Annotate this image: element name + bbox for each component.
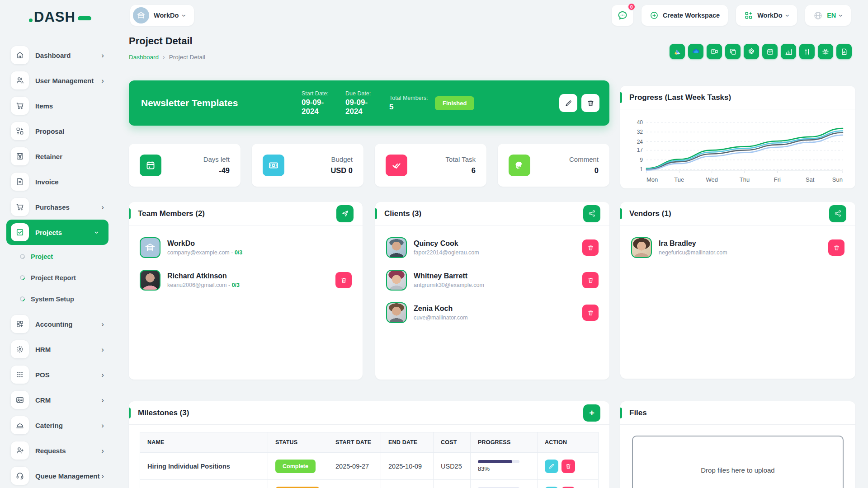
chevron-down-icon: › (838, 14, 845, 17)
kanban-board-button[interactable] (799, 44, 815, 59)
sidebar-item-retainer[interactable]: Retainer (0, 144, 117, 169)
report-file-button[interactable] (836, 44, 852, 59)
save-icon (11, 147, 29, 165)
remove-vendor-button[interactable] (828, 239, 844, 256)
delete-project-button[interactable] (581, 94, 599, 112)
sidebar-item-dashboard[interactable]: Dashboard › (0, 42, 117, 68)
headset-icon (11, 467, 29, 485)
files-title: Files (629, 408, 647, 418)
chevron-right-icon: › (163, 53, 165, 61)
accounting-grid-icon (11, 315, 29, 333)
edit-project-button[interactable] (559, 94, 577, 112)
chevron-right-icon: › (101, 422, 104, 429)
delete-milestone-button[interactable] (561, 460, 575, 473)
invite-member-button[interactable] (336, 205, 354, 222)
user-plus-icon (11, 441, 29, 460)
milestone-status-badge: Complete (275, 460, 316, 473)
trash-icon (587, 244, 594, 251)
sidebar-item-hrm[interactable]: HRM › (0, 337, 117, 362)
plus-icon: + (589, 408, 594, 418)
vendors-card: Vendors (1) Ira Bradley negefuricu@maili… (620, 202, 855, 379)
edit-milestone-button[interactable] (545, 460, 558, 473)
grid-plus-icon (744, 11, 753, 20)
sidebar-item-catering[interactable]: Catering › (0, 413, 117, 438)
milestones-title: Milestones (3) (138, 408, 189, 418)
milestone-row: Communication Updates Incomplete 2025-10… (140, 480, 599, 488)
chevron-right-icon: › (101, 447, 104, 455)
svg-text:Mon: Mon (646, 176, 658, 183)
pos-grid-icon (11, 366, 29, 384)
calendar-button[interactable] (762, 44, 778, 59)
messenger-button[interactable]: 0 (612, 5, 633, 26)
remove-client-button[interactable] (582, 272, 599, 288)
chevron-right-icon: › (101, 472, 104, 480)
bug-report-button[interactable] (818, 44, 833, 59)
paper-plane-icon (341, 210, 349, 217)
sidebar-subitem-project[interactable]: Project (0, 246, 117, 267)
svg-text:Sat: Sat (806, 176, 815, 183)
purchases-cart-icon (11, 198, 29, 216)
milestones-table: NAME STATUS START DATE END DATE COST PRO… (140, 432, 599, 488)
member-avatar (140, 270, 160, 291)
sidebar: Dashboard › User Management › Items Prop… (0, 42, 117, 488)
settings-button[interactable] (744, 44, 759, 59)
language-selector[interactable]: EN › (805, 5, 851, 26)
client-avatar (386, 237, 407, 258)
team-member-row: WorkDo company@example.com - 0/3 (129, 237, 363, 258)
workspace-switcher[interactable]: WorkDo › (736, 5, 797, 26)
files-card: Files Drop files here to upload (620, 401, 855, 488)
sidebar-item-purchases[interactable]: Purchases › (0, 194, 117, 220)
dash-logo[interactable]: DASH (29, 9, 91, 25)
share-vendors-button[interactable] (829, 205, 846, 222)
svg-text:Sun: Sun (832, 176, 843, 183)
sidebar-item-items[interactable]: Items (0, 93, 117, 118)
copy-button[interactable] (725, 44, 741, 59)
sidebar-subitem-system-setup[interactable]: System Setup (0, 288, 117, 310)
share-clients-button[interactable] (583, 205, 600, 222)
client-row: Whitney Barrett antgrumik30@example.com (375, 270, 609, 291)
sidebar-item-proposal[interactable]: Proposal (0, 118, 117, 144)
pencil-icon (548, 463, 555, 469)
remove-member-button[interactable] (335, 272, 352, 288)
chevron-right-icon: › (101, 320, 104, 328)
create-workspace-button[interactable]: Create Workspace (642, 5, 728, 26)
workdo-avatar (140, 237, 160, 258)
sidebar-item-user-management[interactable]: User Management › (0, 68, 117, 93)
breadcrumb-current: Project Detail (169, 54, 205, 61)
sidebar-item-crm[interactable]: CRM › (0, 387, 117, 413)
share-icon (588, 210, 596, 217)
video-camera-button[interactable] (707, 44, 722, 59)
progress-chart-card: Progress (Last Week Tasks) 1917243240Mon… (620, 86, 855, 188)
bar-chart-button[interactable] (781, 44, 796, 59)
delete-milestone-button[interactable] (561, 487, 575, 488)
remove-client-button[interactable] (582, 239, 599, 256)
client-avatar (386, 302, 407, 323)
file-dropzone[interactable]: Drop files here to upload (632, 436, 844, 488)
start-date-field: Start Date: 09-09-2024 (302, 90, 340, 116)
sidebar-subitem-project-report[interactable]: Project Report (0, 267, 117, 288)
sidebar-item-queue-management[interactable]: Queue Management › (0, 463, 117, 488)
chat-badge: 0 (627, 3, 636, 11)
sidebar-item-requests[interactable]: Requests › (0, 438, 117, 463)
sidebar-item-pos[interactable]: POS › (0, 362, 117, 387)
building-icon (137, 11, 146, 20)
chevron-right-icon: › (101, 203, 104, 211)
progress-label: 83% (478, 465, 530, 472)
stats-row: Days left -49 Budget USD 0 Total Task 6 … (129, 144, 609, 187)
clients-title: Clients (3) (384, 209, 421, 218)
sidebar-item-accounting[interactable]: Accounting › (0, 311, 117, 337)
edit-milestone-button[interactable] (545, 487, 558, 488)
breadcrumb-dashboard-link[interactable]: Dashboard (129, 54, 159, 61)
sidebar-item-projects[interactable]: Projects › (6, 220, 108, 245)
share-icon (834, 210, 842, 217)
team-members-title: Team Members (2) (138, 209, 205, 218)
sidebar-item-invoice[interactable]: Invoice (0, 169, 117, 194)
remove-client-button[interactable] (582, 305, 599, 321)
google-drive-button[interactable] (670, 44, 685, 59)
client-row: Zenia Koch cuve@mailinator.com (375, 302, 609, 323)
vendors-title: Vendors (1) (629, 209, 671, 218)
onedrive-button[interactable] (688, 44, 703, 59)
last-week-tasks-line-chart: 1917243240MonTueWedThuFriSatSun (628, 112, 847, 183)
workspace-pill[interactable]: WorkDo › (130, 5, 194, 26)
add-milestone-button[interactable]: + (583, 404, 600, 422)
